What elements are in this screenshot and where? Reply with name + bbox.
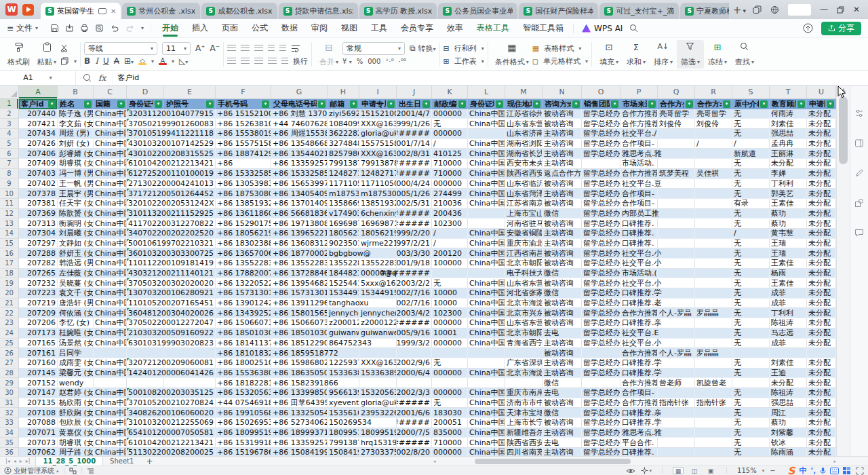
cell[interactable]: / bbox=[432, 239, 468, 249]
cell[interactable]: 钦冰 bbox=[770, 438, 807, 448]
cell[interactable]: China中国 bbox=[468, 339, 505, 349]
cell[interactable]: 1999/1/26 bbox=[397, 119, 432, 129]
menu-item[interactable]: 视图 bbox=[334, 19, 364, 37]
column-letter[interactable]: P bbox=[620, 86, 658, 99]
system-menu-caret-icon[interactable]: ▴ bbox=[56, 468, 59, 474]
cell[interactable] bbox=[695, 368, 732, 379]
column-header-cell[interactable]: 护照号▾ bbox=[164, 99, 216, 109]
cell[interactable] bbox=[658, 438, 695, 448]
cell[interactable]: 微信 bbox=[542, 408, 582, 418]
cell[interactable]: 社交平台.小 bbox=[620, 248, 658, 259]
cell[interactable]: 无 bbox=[732, 169, 770, 179]
cell[interactable]: 未分配 bbox=[807, 408, 836, 418]
cell[interactable]: 无 bbox=[732, 209, 770, 219]
cell[interactable]: +86 17882007 bbox=[216, 269, 271, 279]
cell[interactable]: 274499 bbox=[432, 189, 468, 199]
cell[interactable]: 刘俊伶 bbox=[658, 119, 695, 129]
cell[interactable]: 吴晓蔓 (女 bbox=[58, 278, 94, 288]
cell[interactable]: 留学总经办 bbox=[582, 139, 620, 149]
filter-dropdown-button[interactable]: ▾ bbox=[611, 100, 618, 108]
cell[interactable]: China中国 bbox=[468, 259, 505, 269]
cell[interactable]: 重庆市渝北 bbox=[505, 239, 542, 249]
cell[interactable]: +86 13851932 bbox=[216, 199, 271, 209]
filter-dropdown-button[interactable]: ▾ bbox=[760, 100, 768, 108]
cell[interactable]: 青海省西宁 bbox=[505, 339, 542, 349]
cell[interactable]: 153449155 bbox=[328, 288, 359, 299]
switch-window-icon[interactable] bbox=[753, 5, 762, 14]
cell[interactable]: 未分配 bbox=[807, 339, 836, 349]
cell[interactable] bbox=[468, 218, 505, 229]
cell[interactable]: / bbox=[432, 139, 468, 149]
new-tab-button[interactable]: + bbox=[733, 4, 742, 16]
cell[interactable]: 411702200312270822 bbox=[127, 218, 164, 229]
cell[interactable]: China中国 bbox=[468, 328, 505, 339]
cell[interactable]: m1875308 bbox=[359, 189, 397, 199]
cell[interactable]: China中国 bbox=[94, 229, 127, 239]
cell[interactable]: 183030 bbox=[432, 408, 468, 418]
cell[interactable]: 207135 bbox=[19, 398, 58, 408]
cell[interactable]: 未分配 bbox=[807, 398, 836, 408]
cell[interactable]: +86 1335925706 bbox=[271, 159, 328, 169]
cell[interactable]: 310103200212255069 bbox=[127, 418, 164, 428]
cell[interactable] bbox=[695, 218, 732, 229]
row-header[interactable]: 9 bbox=[0, 179, 19, 189]
cell[interactable]: 内部员工推 bbox=[620, 209, 658, 219]
cell[interactable]: 无 bbox=[732, 179, 770, 189]
cell[interactable]: +86 15026953 bbox=[216, 418, 271, 428]
cell[interactable]: 310113200211152925 bbox=[127, 209, 164, 219]
close-button[interactable]: ✕ bbox=[853, 5, 860, 14]
cell[interactable]: 207108 bbox=[19, 408, 58, 418]
cell[interactable]: +86 1877000215 bbox=[271, 248, 328, 259]
redo-icon[interactable] bbox=[125, 24, 135, 33]
cell[interactable]: 15254414 bbox=[328, 278, 359, 288]
cell[interactable]: 被动咨询 bbox=[542, 398, 582, 408]
cell[interactable]: 710000 bbox=[432, 438, 468, 448]
cell[interactable]: 10000 bbox=[432, 299, 468, 309]
cell[interactable]: 留学总经办 bbox=[582, 299, 620, 309]
column-header-cell[interactable]: 邮箱▾ bbox=[328, 99, 359, 109]
cell[interactable] bbox=[695, 259, 732, 269]
cell[interactable]: 市场活动. bbox=[620, 159, 658, 169]
cell[interactable]: China中国 bbox=[468, 398, 505, 408]
cell[interactable]: 117110505 bbox=[328, 179, 359, 189]
row-header[interactable]: 18 bbox=[0, 269, 19, 279]
column-letter[interactable]: F bbox=[216, 86, 271, 99]
cell[interactable]: 2001/7/14 bbox=[397, 139, 432, 149]
cell[interactable]: 江西省南昌 bbox=[505, 248, 542, 259]
cell[interactable] bbox=[582, 348, 620, 358]
cell[interactable]: 835000 bbox=[432, 428, 468, 438]
cell[interactable]: 江苏省南京 bbox=[505, 199, 542, 209]
column-header-cell[interactable]: 申请顾▾ bbox=[807, 99, 836, 109]
cell[interactable]: 207434 bbox=[19, 129, 58, 139]
cell[interactable] bbox=[658, 199, 695, 209]
cell[interactable]: 未分配 bbox=[807, 159, 836, 169]
cell[interactable]: 口碑推荐.老 bbox=[620, 299, 658, 309]
cell[interactable]: China中国 bbox=[468, 408, 505, 418]
cell[interactable] bbox=[359, 378, 397, 388]
cell[interactable] bbox=[695, 388, 732, 398]
cell[interactable]: 留学总经办 bbox=[582, 318, 620, 328]
cell[interactable]: +86 13611860 bbox=[216, 209, 271, 219]
conditional-format-button[interactable]: ▦ 条件格式▾ bbox=[492, 40, 532, 69]
cell[interactable]: 未分配 bbox=[807, 269, 836, 279]
cell[interactable]: 207369 bbox=[19, 209, 58, 219]
cell[interactable]: 无 bbox=[432, 278, 468, 288]
cell[interactable]: China中国 bbox=[94, 328, 127, 339]
cell[interactable]: ziyi5692@ bbox=[328, 109, 359, 119]
align-bottom-icon[interactable] bbox=[254, 45, 263, 52]
cell[interactable]: 130703200106280921 bbox=[127, 288, 164, 299]
cell[interactable] bbox=[658, 358, 695, 368]
cell[interactable]: China中国 bbox=[468, 428, 505, 438]
align-middle-icon[interactable] bbox=[241, 45, 250, 52]
cell[interactable] bbox=[695, 248, 732, 259]
filter-dropdown-button[interactable]: ▾ bbox=[686, 100, 693, 108]
filter-dropdown-button[interactable]: ▾ bbox=[117, 100, 125, 108]
cell[interactable]: +86 52734062 bbox=[271, 418, 328, 428]
cell[interactable] bbox=[695, 278, 732, 288]
cell[interactable]: 亮哥留学 bbox=[658, 109, 695, 119]
cell[interactable]: 207145 bbox=[19, 368, 58, 379]
decrease-decimal-icon[interactable]: ·⁰⁰ bbox=[399, 58, 406, 65]
cell[interactable]: 市场活动.( bbox=[620, 269, 658, 279]
cell[interactable]: 王素佳 bbox=[770, 199, 807, 209]
cell[interactable]: 去电 bbox=[542, 388, 582, 398]
